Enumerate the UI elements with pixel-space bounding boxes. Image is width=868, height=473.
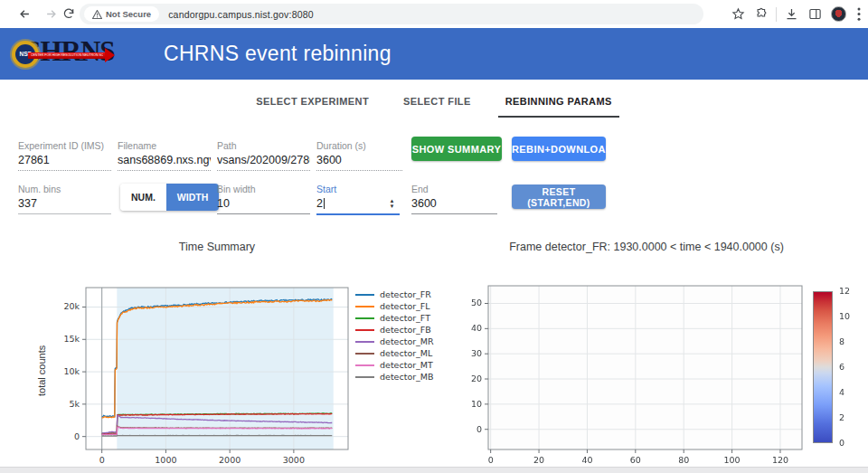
colorbar bbox=[813, 291, 833, 443]
app-header: CHRNS NSF CENTER FOR HIGH RESOLUTION NEU… bbox=[0, 28, 868, 80]
browser-menu-icon[interactable] bbox=[850, 7, 868, 21]
svg-text:120: 120 bbox=[772, 455, 788, 465]
svg-text:40: 40 bbox=[471, 323, 482, 333]
svg-text:10: 10 bbox=[839, 311, 850, 321]
tab-rebinning-params[interactable]: REBINNING PARAMS bbox=[493, 87, 625, 118]
svg-text:6: 6 bbox=[839, 362, 844, 372]
svg-text:0: 0 bbox=[74, 431, 80, 441]
end-value[interactable]: 3600 bbox=[411, 197, 497, 214]
legend-swatch bbox=[355, 317, 374, 319]
y-axis-label: total counts bbox=[36, 338, 47, 396]
svg-text:0: 0 bbox=[839, 438, 844, 448]
browser-toolbar: Not Secure candorgpu.campus.nist.gov:808… bbox=[0, 0, 868, 28]
svg-text:20: 20 bbox=[471, 374, 482, 383]
legend-swatch bbox=[355, 294, 374, 296]
legend-item[interactable]: detector_FL bbox=[355, 300, 434, 312]
svg-text:30: 30 bbox=[471, 348, 482, 358]
download-icon[interactable] bbox=[779, 7, 803, 21]
duration-label: Duration (s) bbox=[316, 140, 402, 151]
legend-swatch bbox=[355, 353, 374, 355]
legend-label: detector_FT bbox=[380, 313, 430, 323]
end-label: End bbox=[411, 184, 497, 194]
num-bins-value[interactable]: 337 bbox=[18, 197, 111, 214]
bin-width-label: Bin width bbox=[217, 184, 310, 194]
svg-text:60: 60 bbox=[630, 455, 641, 465]
svg-text:2000: 2000 bbox=[219, 455, 241, 465]
svg-text:0: 0 bbox=[99, 455, 105, 465]
bookmark-star-icon[interactable] bbox=[726, 7, 750, 21]
svg-text:15k: 15k bbox=[63, 334, 80, 344]
legend-label: detector_MR bbox=[380, 336, 434, 346]
path-value[interactable]: vsans/202009/27861/c bbox=[217, 154, 310, 171]
logo-caption: CENTER FOR HIGH RESOLUTION NEUTRON SCATT… bbox=[31, 53, 103, 57]
svg-text:8: 8 bbox=[839, 336, 844, 346]
heatmap-axes: 02040608010012001020304050 bbox=[466, 282, 845, 473]
colorbar-ticks: 024681012 bbox=[834, 286, 866, 449]
filename-field: Filename sans68869.nxs.ngv bbox=[118, 140, 211, 171]
app-root: Not Secure candorgpu.campus.nist.gov:808… bbox=[0, 0, 868, 473]
not-secure-chip[interactable]: Not Secure bbox=[84, 6, 159, 22]
frame-title: Frame detector_FR: 1930.0000 < time < 19… bbox=[452, 241, 841, 253]
svg-text:0: 0 bbox=[488, 455, 494, 465]
legend-label: detector_MB bbox=[380, 372, 434, 382]
svg-text:50: 50 bbox=[471, 298, 482, 307]
profile-avatar[interactable] bbox=[826, 6, 850, 22]
time-summary-chart[interactable]: 05k10k15k20k0100020003000 bbox=[54, 282, 389, 473]
legend-item[interactable]: detector_MB bbox=[355, 371, 434, 383]
tab-bar: SELECT EXPERIMENT SELECT FILE REBINNING … bbox=[0, 87, 868, 118]
svg-text:5k: 5k bbox=[69, 399, 80, 409]
url-text[interactable]: candorgpu.campus.nist.gov:8080 bbox=[168, 9, 314, 20]
rebin-download-button[interactable]: REBIN+DOWNLOAD bbox=[512, 137, 606, 161]
start-label: Start bbox=[316, 184, 400, 194]
filename-value[interactable]: sans68869.nxs.ngv bbox=[118, 154, 211, 171]
extensions-icon[interactable] bbox=[750, 7, 773, 21]
warning-icon bbox=[92, 10, 102, 19]
legend-item[interactable]: detector_ML bbox=[355, 347, 434, 359]
legend-swatch bbox=[355, 364, 374, 366]
legend-swatch bbox=[355, 306, 374, 307]
show-summary-button[interactable]: SHOW SUMMARY bbox=[411, 137, 502, 161]
legend-item[interactable]: detector_FB bbox=[355, 324, 434, 336]
legend-label: detector_MT bbox=[380, 360, 433, 370]
svg-text:20k: 20k bbox=[63, 301, 80, 311]
back-icon[interactable] bbox=[15, 5, 33, 23]
start-field: Start 2 ▲▼ bbox=[316, 184, 400, 215]
svg-text:0: 0 bbox=[476, 424, 482, 434]
legend-swatch bbox=[355, 341, 374, 343]
num-bins-field: Num. bins 337 bbox=[18, 184, 111, 214]
bin-width-value[interactable]: 10 bbox=[217, 197, 310, 214]
svg-text:1000: 1000 bbox=[155, 455, 176, 465]
toggle-num-button[interactable]: NUM. bbox=[120, 184, 166, 211]
reload-icon[interactable] bbox=[60, 5, 78, 23]
page-bottom-edge bbox=[0, 467, 868, 473]
svg-text:100: 100 bbox=[724, 455, 741, 465]
reset-start-end-button[interactable]: RESET (START,END) bbox=[512, 184, 606, 209]
tab-select-experiment[interactable]: SELECT EXPERIMENT bbox=[243, 87, 382, 118]
duration-field: Duration (s) 3600 bbox=[316, 140, 402, 171]
duration-value[interactable]: 3600 bbox=[316, 154, 402, 171]
legend-item[interactable]: detector_FT bbox=[355, 312, 434, 324]
experiment-id-value[interactable]: 27861 bbox=[18, 154, 111, 171]
not-secure-label: Not Secure bbox=[106, 9, 151, 19]
chart-legend: detector_FRdetector_FLdetector_FTdetecto… bbox=[355, 289, 434, 383]
forward-icon[interactable] bbox=[42, 5, 60, 23]
legend-item[interactable]: detector_MT bbox=[355, 359, 434, 371]
legend-item[interactable]: detector_MR bbox=[355, 336, 434, 347]
path-label: Path bbox=[217, 140, 310, 151]
url-bar[interactable]: Not Secure candorgpu.campus.nist.gov:808… bbox=[80, 4, 703, 24]
num-width-toggle: NUM. WIDTH bbox=[120, 184, 219, 211]
number-spinner[interactable]: ▲▼ bbox=[386, 196, 398, 212]
toggle-width-button[interactable]: WIDTH bbox=[166, 184, 219, 211]
tab-select-file[interactable]: SELECT FILE bbox=[391, 87, 484, 118]
chrns-logo: CHRNS NSF CENTER FOR HIGH RESOLUTION NEU… bbox=[12, 33, 120, 75]
legend-item[interactable]: detector_FR bbox=[355, 289, 434, 300]
svg-text:2: 2 bbox=[839, 412, 844, 422]
time-summary-title: Time Summary bbox=[86, 241, 348, 253]
side-panel-icon[interactable] bbox=[803, 7, 826, 21]
num-bins-label: Num. bins bbox=[18, 184, 111, 194]
svg-text:12: 12 bbox=[839, 286, 850, 296]
legend-label: detector_ML bbox=[380, 348, 432, 358]
text-cursor bbox=[324, 198, 325, 209]
experiment-id-label: Experiment ID (IMS) bbox=[18, 140, 111, 151]
svg-text:3000: 3000 bbox=[283, 455, 305, 465]
